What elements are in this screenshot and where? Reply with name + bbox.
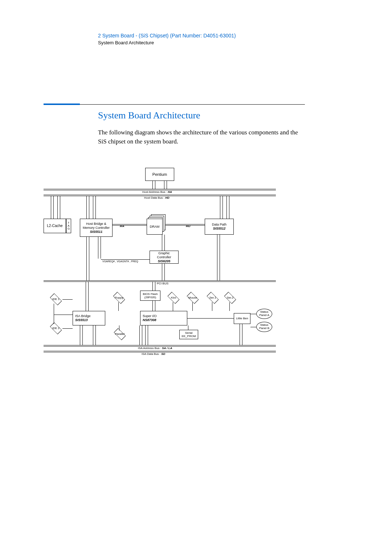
chapter-header: 2 System Board - (SiS Chipset) (Part Num…	[98, 33, 305, 39]
ser1-diamond: Ser.1	[205, 293, 220, 302]
section-body: The following diagram shows the architec…	[98, 128, 301, 146]
data-path-chip: SIS5512	[213, 227, 226, 231]
isa-addr-label: ISA Address Bus :	[138, 347, 161, 350]
serial-eeprom-box: Serial EE_PROM	[179, 330, 198, 339]
isa-data-label: ISA Data Bus :	[142, 352, 160, 356]
eeprom-l2: EE_PROM	[181, 335, 196, 338]
isa-data-name: SD	[161, 352, 165, 356]
bios-l1: BIOS Flash	[143, 292, 158, 296]
status-b-l2: Panel B	[259, 327, 269, 330]
chapter-subtitle: System Board Architecture	[98, 40, 305, 45]
isa-bridge-l1: ISA Bridge	[75, 314, 91, 318]
isa-bridge-chip: SIS5513	[75, 318, 88, 322]
parallel-label: Parallel	[115, 333, 125, 336]
ha-bus-label: Host Address Bus :	[142, 190, 167, 194]
little-ben-label: Little Ben	[236, 317, 248, 320]
ser2-label: Ser.2	[227, 296, 234, 299]
dram-label: DRAM	[150, 225, 160, 229]
super-io-l1: Super I/O	[143, 314, 157, 318]
data-path-box: Data Path SIS5512	[205, 219, 234, 235]
dram-box: DRAM	[147, 219, 163, 235]
tag-box: T A G	[66, 219, 71, 233]
ide2-label: IDE 2	[52, 327, 60, 330]
parallel-diamond: Parallel	[110, 330, 129, 339]
host-bridge-l1: Host Bridge &	[86, 222, 106, 226]
ha-bus-name: HA	[168, 190, 172, 194]
graphic-chip: SIS6205	[158, 259, 171, 263]
super-io-box: Super I/O NS87308	[140, 311, 187, 325]
graphic-controller-box: Graphic Controller SIS6205	[150, 251, 179, 264]
ide2-diamond: IDE 2	[49, 324, 63, 333]
ide1-label: IDE 1	[52, 298, 60, 301]
ide1-diamond: IDE 1	[49, 295, 63, 304]
hd-bus-name: HD	[165, 196, 170, 199]
host-bridge-l2: Memory Controller	[83, 226, 110, 230]
ser1-label: Ser.1	[209, 296, 216, 299]
super-io-chip: NS87308	[143, 318, 156, 322]
status-a-l1: Status	[260, 310, 269, 313]
status-panel-b: StatusPanel B	[256, 322, 272, 332]
kbd-label: Kbd	[171, 296, 176, 299]
host-bridge-box: Host Bridge & Memory Controller SIS5511	[80, 219, 113, 237]
section-title: System Board Architecture	[98, 110, 305, 121]
mouse-diamond: Mouse	[184, 293, 201, 302]
mouse-label: Mouse	[188, 296, 197, 299]
isa-addr-name: SA / LA	[162, 347, 172, 350]
l2-cache-box: L2-Cache	[44, 219, 66, 233]
cpu-box: Pentium	[145, 168, 174, 181]
l2-cache-label: L2-Cache	[47, 224, 62, 228]
bios-flash-box: BIOS Flash (28F020)	[140, 291, 160, 301]
pci-bus-label: PCI BUS	[156, 282, 169, 285]
floppy-label: Floppy	[115, 296, 123, 299]
status-a-l2: Panel A	[259, 313, 269, 317]
section-rule	[44, 45, 305, 105]
status-b-l1: Status	[260, 323, 269, 327]
isa-bridge-box: ISA Bridge SIS5513	[73, 311, 105, 325]
status-panel-a: StatusPanel A	[256, 309, 272, 319]
eeprom-l1: Serial	[185, 331, 192, 335]
floppy-diamond: Floppy	[110, 293, 128, 302]
host-bridge-chip: SIS5511	[90, 230, 103, 234]
tag-label: T A G	[68, 222, 70, 230]
hd-bus-label: Host Data Bus :	[144, 196, 164, 199]
kbd-diamond: Kbd	[166, 293, 181, 302]
md-label: MD	[186, 224, 190, 228]
vga-signal-label: VGAREQ# , VGAGNT# , PREQ	[102, 260, 138, 263]
little-ben-box: Little Ben	[234, 313, 250, 324]
cpu-label: Pentium	[152, 172, 167, 177]
ser2-diamond: Ser.2	[223, 293, 237, 302]
graphic-l1: Graphic Controller	[151, 251, 177, 259]
architecture-diagram: Pentium Host Address Bus : HA Host Data …	[44, 168, 276, 371]
bios-l2: (28F020)	[144, 296, 156, 299]
data-path-l1: Data Path	[212, 223, 226, 227]
ma-label: MA	[120, 224, 124, 228]
